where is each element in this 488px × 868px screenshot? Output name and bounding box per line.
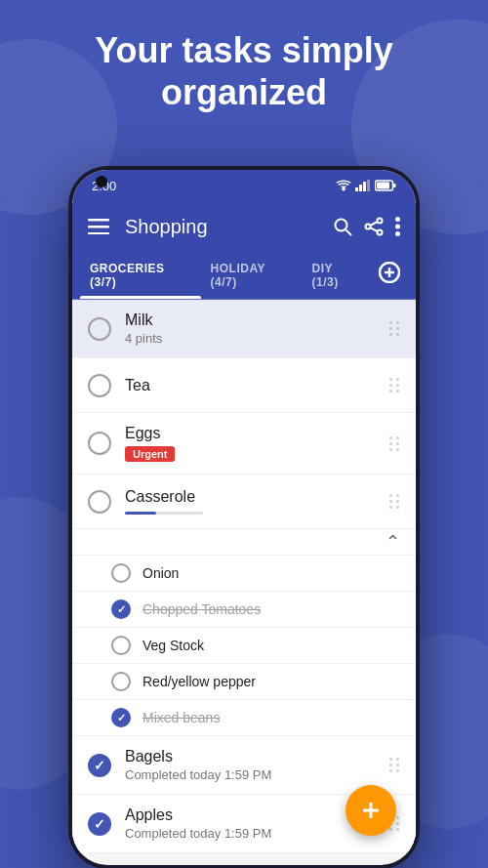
app-bar-title: Shopping bbox=[125, 216, 317, 238]
task-content-apples: Apples Completed today 1:59 PM bbox=[125, 806, 382, 841]
subtask-item-onion[interactable]: Onion bbox=[72, 556, 416, 592]
task-item[interactable]: Milk 4 pints bbox=[72, 300, 416, 358]
svg-point-11 bbox=[336, 220, 347, 231]
task-subtitle-bagels: Completed today 1:59 PM bbox=[125, 767, 382, 782]
svg-point-18 bbox=[395, 217, 400, 222]
task-checkbox-eggs[interactable] bbox=[88, 432, 111, 455]
subtask-checkbox-vegstock[interactable] bbox=[111, 636, 131, 655]
status-icons bbox=[336, 180, 396, 191]
subtask-name-tomatoes: Chopped Tomatoes bbox=[142, 601, 261, 617]
chevron-up-icon[interactable]: ⌃ bbox=[386, 531, 400, 553]
task-content-tea: Tea bbox=[125, 377, 382, 394]
menu-button[interactable] bbox=[88, 219, 109, 234]
drag-handle-tea[interactable] bbox=[382, 370, 408, 400]
task-tag-urgent: Urgent bbox=[125, 446, 175, 462]
svg-rect-1 bbox=[355, 187, 358, 191]
task-item-eggs[interactable]: Eggs Urgent bbox=[72, 413, 416, 475]
subtask-name-pepper: Red/yellow pepper bbox=[142, 674, 256, 689]
svg-rect-3 bbox=[363, 182, 366, 191]
svg-point-19 bbox=[395, 225, 400, 229]
task-checkbox-milk[interactable] bbox=[88, 317, 111, 341]
task-content-eggs: Eggs Urgent bbox=[125, 425, 382, 462]
phone-screen: 2:00 bbox=[72, 170, 416, 865]
subtask-checkbox-beans[interactable] bbox=[111, 708, 131, 727]
task-subtitle-milk: 4 pints bbox=[125, 331, 382, 346]
drag-handle-eggs[interactable] bbox=[382, 429, 408, 459]
subtask-checkbox-pepper[interactable] bbox=[111, 672, 131, 691]
search-button[interactable] bbox=[333, 217, 352, 236]
svg-line-12 bbox=[346, 230, 352, 236]
phone-frame: 2:00 bbox=[68, 166, 420, 868]
signal-icon bbox=[355, 180, 371, 191]
svg-point-13 bbox=[378, 219, 383, 224]
battery-icon bbox=[375, 180, 396, 191]
add-list-button[interactable] bbox=[371, 258, 408, 293]
task-checkbox-apples[interactable] bbox=[88, 812, 111, 836]
status-bar: 2:00 bbox=[72, 170, 416, 201]
subtask-item-beans[interactable]: Mixed beans bbox=[72, 700, 416, 736]
share-button[interactable] bbox=[364, 217, 384, 236]
task-list: Milk 4 pints Tea bbox=[72, 300, 416, 853]
task-content-milk: Milk 4 pints bbox=[125, 311, 382, 346]
task-name-casserole: Casserole bbox=[125, 488, 382, 506]
subtask-name-beans: Mixed beans bbox=[142, 710, 220, 725]
task-name-apples: Apples bbox=[125, 806, 382, 824]
subtask-checkbox-onion[interactable] bbox=[111, 563, 131, 583]
task-content-casserole: Casserole bbox=[125, 488, 382, 515]
task-name-milk: Milk bbox=[125, 311, 382, 329]
subtask-item-pepper[interactable]: Red/yellow pepper bbox=[72, 664, 416, 700]
subtask-name-vegstock: Veg Stock bbox=[142, 638, 204, 653]
fab-button[interactable] bbox=[346, 785, 396, 836]
subtask-checkbox-tomatoes[interactable] bbox=[111, 599, 131, 619]
svg-rect-10 bbox=[88, 232, 109, 234]
drag-handle-casserole[interactable] bbox=[382, 486, 408, 517]
subtask-name-onion: Onion bbox=[142, 565, 179, 581]
app-bar: Shopping bbox=[72, 201, 416, 252]
tab-groceries[interactable]: GROCERIES (3/7) bbox=[80, 252, 201, 299]
task-checkbox-casserole[interactable] bbox=[88, 490, 111, 514]
more-button[interactable] bbox=[395, 217, 400, 236]
svg-rect-8 bbox=[88, 219, 109, 222]
svg-point-14 bbox=[366, 225, 371, 229]
drag-handle-milk[interactable] bbox=[382, 313, 408, 344]
svg-point-20 bbox=[395, 231, 400, 236]
svg-rect-4 bbox=[367, 180, 370, 191]
task-checkbox-tea[interactable] bbox=[88, 374, 111, 397]
svg-rect-6 bbox=[377, 183, 389, 189]
drag-handle-bagels[interactable] bbox=[382, 750, 408, 780]
svg-rect-2 bbox=[359, 185, 362, 191]
svg-line-16 bbox=[370, 227, 377, 231]
task-subtitle-apples: Completed today 1:59 PM bbox=[125, 826, 382, 841]
tab-holiday[interactable]: HOLIDAY (4/7) bbox=[201, 252, 303, 299]
subtask-item-vegstock[interactable]: Veg Stock bbox=[72, 628, 416, 664]
camera-notch bbox=[96, 176, 107, 187]
task-item-casserole[interactable]: Casserole bbox=[72, 475, 416, 529]
svg-rect-9 bbox=[88, 226, 109, 228]
hero-section: Your tasks simply organized bbox=[0, 29, 488, 113]
svg-point-15 bbox=[378, 230, 383, 235]
tabs-bar: GROCERIES (3/7) HOLIDAY (4/7) DIY (1/3) bbox=[72, 252, 416, 300]
wifi-icon bbox=[336, 180, 351, 191]
subtask-item-tomatoes[interactable]: Chopped Tomatoes bbox=[72, 592, 416, 628]
task-content-bagels: Bagels Completed today 1:59 PM bbox=[125, 748, 382, 782]
task-name-eggs: Eggs bbox=[125, 425, 382, 442]
task-name-tea: Tea bbox=[125, 377, 382, 394]
task-item-tea[interactable]: Tea bbox=[72, 358, 416, 413]
task-checkbox-bagels[interactable] bbox=[88, 754, 111, 777]
subtask-header: ⌃ bbox=[72, 529, 416, 556]
casserole-progress-bar bbox=[125, 512, 203, 515]
svg-rect-7 bbox=[393, 184, 396, 187]
tab-diy[interactable]: DIY (1/3) bbox=[303, 252, 371, 299]
app-bar-actions bbox=[333, 217, 400, 236]
task-name-bagels: Bagels bbox=[125, 748, 382, 765]
hero-title: Your tasks simply organized bbox=[0, 29, 488, 113]
svg-line-17 bbox=[370, 222, 377, 226]
